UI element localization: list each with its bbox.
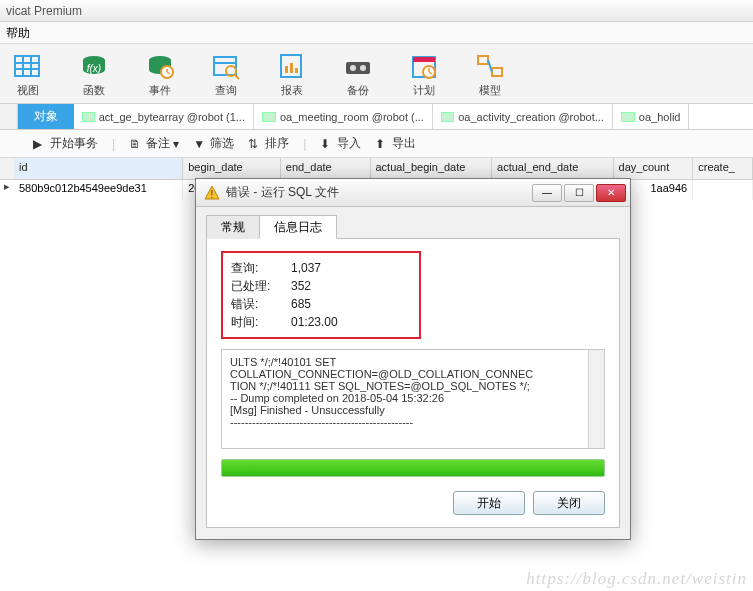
grid-header: id begin_date end_date actual_begin_date… — [0, 158, 753, 180]
cell-id[interactable]: 580b9c012b4549ee9de31 — [14, 180, 183, 200]
col-actual-end-date[interactable]: actual_end_date — [492, 158, 614, 179]
side-gutter — [0, 104, 18, 129]
tab-info-log[interactable]: 信息日志 — [259, 215, 337, 239]
log-line: ----------------------------------------… — [230, 416, 596, 428]
svg-text:f(x): f(x) — [87, 63, 101, 74]
table-icon — [262, 112, 276, 122]
action-begin-transaction[interactable]: ▶开始事务 — [33, 135, 98, 152]
col-begin-date[interactable]: begin_date — [183, 158, 281, 179]
tab-file-3[interactable]: oa_holid — [613, 104, 690, 129]
error-dialog: ! 错误 - 运行 SQL 文件 — ☐ ✕ 常规 信息日志 查询:1,037 … — [195, 178, 631, 540]
row-marker-icon: ▸ — [0, 180, 14, 200]
log-line: TION */;/*!40111 SET SQL_NOTES=@OLD_SQL_… — [230, 380, 596, 392]
toolbar-function[interactable]: f(x) 函数 — [70, 50, 118, 98]
watermark-text: https://blog.csdn.net/weistin — [526, 569, 747, 589]
action-label: 导入 — [337, 135, 361, 152]
backup-icon — [342, 50, 374, 82]
filter-icon: ▼ — [193, 137, 207, 151]
cell-create-by[interactable] — [693, 180, 753, 200]
col-end-date[interactable]: end_date — [281, 158, 371, 179]
tab-general[interactable]: 常规 — [206, 215, 260, 239]
action-label: 筛选 — [210, 135, 234, 152]
toolbar-query[interactable]: 查询 — [202, 50, 250, 98]
action-sort[interactable]: ⇅排序 — [248, 135, 289, 152]
action-label: 开始事务 — [50, 135, 98, 152]
action-filter[interactable]: ▼筛选 — [193, 135, 234, 152]
grid-icon — [12, 50, 44, 82]
import-icon: ⬇ — [320, 137, 334, 151]
col-day-count[interactable]: day_count — [614, 158, 694, 179]
svg-rect-16 — [285, 66, 288, 73]
warning-icon: ! — [204, 185, 220, 201]
action-export[interactable]: ⬆导出 — [375, 135, 416, 152]
tab-object[interactable]: 对象 — [18, 104, 74, 129]
event-icon — [144, 50, 176, 82]
svg-text:!: ! — [211, 189, 214, 200]
table-icon — [441, 112, 454, 122]
window-close-button[interactable]: ✕ — [596, 184, 626, 202]
function-icon: f(x) — [78, 50, 110, 82]
dialog-tabs: 常规 信息日志 — [206, 215, 620, 239]
stat-time-label: 时间: — [231, 313, 291, 331]
stat-errors-value: 685 — [291, 295, 311, 313]
toolbar-event[interactable]: 事件 — [136, 50, 184, 98]
tab-file-0[interactable]: act_ge_bytearray @robot (1... — [74, 104, 254, 129]
tab-label: oa_meeting_room @robot (... — [280, 111, 424, 123]
log-textarea[interactable]: ULTS */;/*!40101 SET COLLATION_CONNECTIO… — [221, 349, 605, 449]
svg-rect-18 — [295, 68, 298, 73]
col-actual-begin-date[interactable]: actual_begin_date — [371, 158, 493, 179]
dialog-panel: 查询:1,037 已处理:352 错误:685 时间:01:23.00 ULTS… — [206, 238, 620, 528]
action-bar: ▶开始事务 | 🗎备注 ▾ ▼筛选 ⇅排序 | ⬇导入 ⬆导出 — [0, 130, 753, 158]
svg-rect-23 — [413, 57, 435, 62]
log-line: COLLATION_CONNECTION=@OLD_COLLATION_CONN… — [230, 368, 596, 380]
table-icon — [82, 112, 95, 122]
toolbar-label: 事件 — [149, 83, 171, 98]
col-id[interactable]: id — [14, 158, 183, 179]
report-icon — [276, 50, 308, 82]
toolbar-schedule[interactable]: 计划 — [400, 50, 448, 98]
file-tabs-row: 对象 act_ge_bytearray @robot (1... oa_meet… — [0, 104, 753, 130]
scrollbar[interactable] — [588, 350, 604, 448]
toolbar-model[interactable]: 模型 — [466, 50, 514, 98]
svg-rect-17 — [290, 63, 293, 73]
log-line: [Msg] Finished - Unsuccessfully — [230, 404, 596, 416]
toolbar-label: 视图 — [17, 83, 39, 98]
toolbar-report[interactable]: 报表 — [268, 50, 316, 98]
start-button[interactable]: 开始 — [453, 491, 525, 515]
action-label: 备注 — [146, 135, 170, 152]
window-minimize-button[interactable]: — — [532, 184, 562, 202]
app-titlebar: vicat Premium — [0, 0, 753, 22]
col-create-by[interactable]: create_ — [693, 158, 753, 179]
action-import[interactable]: ⬇导入 — [320, 135, 361, 152]
query-icon — [210, 50, 242, 82]
toolbar-label: 查询 — [215, 83, 237, 98]
svg-rect-19 — [346, 62, 370, 74]
toolbar-view[interactable]: 视图 — [4, 50, 52, 98]
tab-label: oa_activity_creation @robot... — [458, 111, 604, 123]
note-icon: 🗎 — [129, 137, 143, 151]
toolbar-label: 计划 — [413, 83, 435, 98]
svg-rect-27 — [478, 56, 488, 64]
svg-rect-0 — [15, 56, 39, 76]
menu-help[interactable]: 帮助 — [6, 26, 30, 40]
window-maximize-button[interactable]: ☐ — [564, 184, 594, 202]
toolbar-backup[interactable]: 备份 — [334, 50, 382, 98]
close-button[interactable]: 关闭 — [533, 491, 605, 515]
toolbar-label: 函数 — [83, 83, 105, 98]
stat-processed-value: 352 — [291, 277, 311, 295]
tab-label: act_ge_bytearray @robot (1... — [99, 111, 245, 123]
toolbar-label: 备份 — [347, 83, 369, 98]
sort-icon: ⇅ — [248, 137, 262, 151]
tab-file-1[interactable]: oa_meeting_room @robot (... — [254, 104, 433, 129]
action-note[interactable]: 🗎备注 ▾ — [129, 135, 179, 152]
log-line: -- Dump completed on 2018-05-04 15:32:26 — [230, 392, 596, 404]
svg-rect-28 — [492, 68, 502, 76]
tab-file-2[interactable]: oa_activity_creation @robot... — [433, 104, 613, 129]
main-toolbar: 视图 f(x) 函数 事件 查询 报表 备份 计划 模型 — [0, 44, 753, 104]
play-icon: ▶ — [33, 137, 47, 151]
stat-query-label: 查询: — [231, 259, 291, 277]
action-label: 导出 — [392, 135, 416, 152]
stat-query-value: 1,037 — [291, 259, 321, 277]
dialog-titlebar[interactable]: ! 错误 - 运行 SQL 文件 — ☐ ✕ — [196, 179, 630, 207]
schedule-icon — [408, 50, 440, 82]
